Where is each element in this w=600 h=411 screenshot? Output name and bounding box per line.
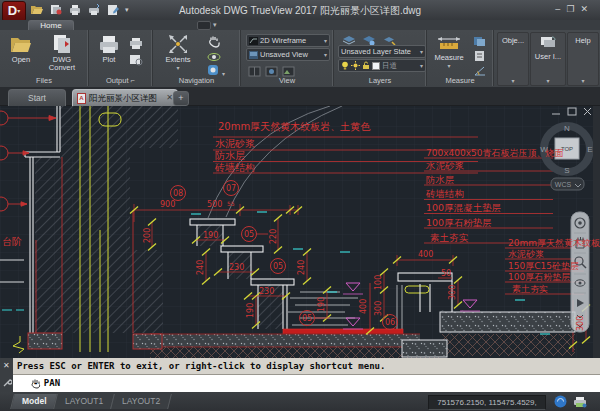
tab-start[interactable]: Start — [8, 89, 66, 106]
close-button[interactable]: ✕ — [580, 4, 594, 14]
svg-text:50: 50 — [441, 269, 451, 278]
note-b3-4: 100厚石粉垫层 — [508, 272, 570, 282]
layer-color-swatch[interactable] — [372, 62, 380, 70]
tab-drawing[interactable]: A 阳光丽景小区详图 ✕ — [72, 89, 178, 106]
dwg-convert-button[interactable]: DWGConvert — [42, 33, 82, 72]
window-title: Autodesk DWG TrueView 2017 阳光丽景小区详图.dwg — [0, 4, 600, 18]
layer-state-combo[interactable]: Unsaved Layer State▾ — [338, 45, 426, 58]
panel-objects-caret-icon[interactable]: ▾ — [498, 77, 528, 84]
workspace-icon — [197, 21, 211, 30]
canvas-scrollbar[interactable] — [593, 105, 600, 358]
svg-text:190: 190 — [203, 231, 218, 240]
tab-close-icon[interactable]: ✕ — [166, 90, 173, 106]
app-window: N W E S TOP WCS — [0, 0, 600, 411]
tab-layout1[interactable]: LAYOUT1 — [53, 394, 115, 409]
svg-text:240: 240 — [297, 260, 306, 275]
command-input-line[interactable]: - PAN — [13, 375, 600, 392]
note-b2-5: 100厚混凝土垫层 — [426, 202, 501, 213]
panel-view: 2D Wireframe▾ Unsaved View▾ View — [241, 30, 334, 86]
ribbon: Open DWGConvert Files Plot Output ⌐ — [0, 30, 600, 88]
layer-name: 日道 — [382, 61, 397, 71]
tab-drawing-label: 阳光丽景小区详图 — [89, 90, 157, 106]
annotation-monitor-icon[interactable] — [554, 395, 567, 408]
panel-help-collapsed[interactable]: Help ▾ — [567, 32, 599, 86]
panel-layers-label: Layers — [334, 76, 426, 85]
status-bar: Model LAYOUT1 LAYOUT2 751576.2150, 11547… — [0, 392, 600, 411]
navigation-bar[interactable] — [571, 212, 589, 332]
dwg-convert-icon — [51, 33, 73, 55]
svg-text:07: 07 — [226, 184, 236, 193]
panel-files: Open DWGConvert Files — [0, 30, 89, 86]
new-drawing-tab-button[interactable]: + — [173, 91, 189, 106]
plot-status-icon[interactable] — [573, 395, 588, 408]
file-tab-bar: Start A 阳光丽景小区详图 ✕ + — [0, 87, 600, 106]
note-b3-2: 水泥砂浆 — [508, 249, 544, 259]
ribbon-mini-toolbar[interactable]: ▾ — [197, 21, 223, 29]
svg-text:500: 500 — [207, 200, 222, 209]
svg-text:230: 230 — [229, 263, 244, 272]
open-button[interactable]: Open — [6, 33, 36, 64]
note-b3-5: 素土夯实 — [512, 284, 548, 294]
maximize-button[interactable]: ❐ — [566, 4, 580, 14]
extents-icon — [167, 33, 189, 55]
viewcube-n[interactable]: N — [564, 124, 570, 133]
layer-freeze-icon[interactable] — [351, 61, 360, 70]
command-close-icon[interactable]: ✕ — [3, 361, 10, 370]
panel-objects-label: Obje... — [498, 36, 528, 45]
svg-text:05: 05 — [273, 262, 283, 271]
svg-text:240: 240 — [196, 260, 205, 275]
svg-text:190: 190 — [246, 303, 255, 318]
user-interface-icon — [539, 35, 557, 49]
viewcube-s[interactable]: S — [564, 166, 569, 175]
customize-wrench-icon[interactable] — [2, 378, 12, 388]
panel-help-label: Help — [568, 36, 598, 45]
measure-icon — [436, 33, 462, 53]
command-side-column: ✕ — [0, 358, 14, 392]
extents-button[interactable]: Extents▾ — [159, 33, 197, 72]
note-steps: 台阶 — [2, 236, 22, 247]
note-b2-2: 水泥砂浆 — [425, 160, 465, 171]
minimize-button[interactable]: – — [555, 4, 566, 14]
open-icon — [9, 33, 33, 55]
viewcube-e[interactable]: E — [587, 145, 592, 154]
command-panel: ✕ Press ESC or ENTER to exit, or right-c… — [0, 358, 600, 392]
svg-text:300: 300 — [448, 285, 457, 300]
layer-on-icon[interactable] — [341, 61, 349, 70]
panel-user-interface-collapsed[interactable]: User I... ▾ — [530, 32, 566, 86]
pan-command-icon — [30, 378, 42, 389]
note-b1-1: 20mm厚天然黄木纹板岩、土黄色 — [218, 121, 371, 132]
ribbon-tab-row: Home ▾ — [0, 20, 600, 30]
svg-text:300: 300 — [576, 316, 585, 331]
svg-text:55: 55 — [227, 200, 235, 207]
panel-user-label: User I... — [531, 52, 565, 61]
steering-wheel-hub-icon — [578, 221, 582, 225]
visual-style-combo[interactable]: 2D Wireframe▾ — [246, 34, 330, 47]
plot-button[interactable]: Plot — [94, 33, 124, 64]
dwg-file-icon: A — [77, 93, 86, 104]
panel-output: Plot Output ⌐ — [89, 30, 153, 86]
note-b1-3: 防水层 — [215, 150, 245, 161]
note-b1-4: 砖墙结构 — [214, 162, 255, 173]
panel-view-label: View — [241, 76, 333, 85]
svg-text:190: 190 — [317, 297, 326, 312]
named-view-combo[interactable]: Unsaved View▾ — [246, 48, 330, 61]
svg-text:220: 220 — [269, 229, 278, 244]
panel-help-caret-icon[interactable]: ▾ — [568, 77, 598, 84]
layer-combo[interactable]: 日道▾ — [338, 59, 426, 72]
panel-user-caret-icon[interactable]: ▾ — [531, 77, 565, 84]
panel-layers: Unsaved Layer State▾ 日道▾ Layers — [334, 30, 427, 86]
svg-text:300: 300 — [374, 301, 383, 316]
note-b3-3: 150厚C15砼垫层 — [508, 261, 579, 271]
panel-measure-label: Measure — [427, 76, 493, 85]
svg-text:900: 900 — [160, 200, 175, 209]
preview-icon[interactable] — [129, 52, 144, 70]
panel-objects-collapsed[interactable]: Obje... ▾ — [497, 32, 529, 86]
tab-model[interactable]: Model — [10, 394, 58, 409]
layer-lock-icon[interactable] — [362, 61, 370, 70]
panel-output-label: Output ⌐ — [89, 76, 152, 85]
tab-layout2[interactable]: LAYOUT2 — [110, 394, 172, 409]
svg-text:05: 05 — [302, 314, 312, 323]
measure-button[interactable]: Measure▾ — [430, 33, 468, 70]
visual-style-icon — [249, 37, 258, 45]
panel-dialog-launcher-icon[interactable]: ⌐ — [131, 76, 135, 85]
